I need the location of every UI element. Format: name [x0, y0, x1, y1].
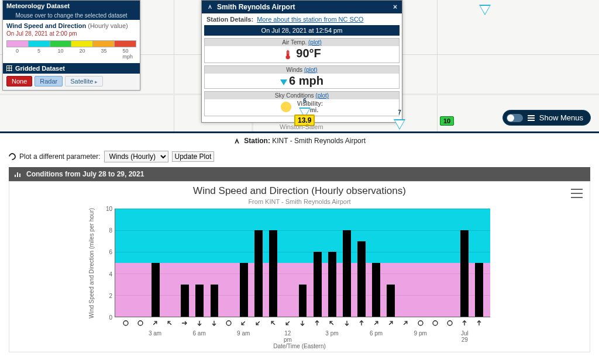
bar[interactable]: [460, 230, 469, 317]
legend-param-type: (Hourly value): [88, 22, 128, 29]
x-tick: [472, 330, 487, 337]
bar[interactable]: [372, 263, 380, 317]
wind-dir-icon: [442, 318, 457, 328]
wind-dir-icon: [221, 318, 236, 328]
station-details-label: Station Details:: [206, 16, 253, 23]
conditions-bar: Conditions from July 28 to 29, 2021: [9, 167, 590, 181]
sky-plot-link[interactable]: (plot): [315, 92, 329, 99]
bar[interactable]: [387, 285, 395, 317]
conditions-title: Conditions from July 28 to 29, 2021: [26, 170, 144, 178]
wind-dir-icon: [118, 318, 133, 328]
refresh-icon[interactable]: [8, 152, 18, 162]
winds-label: Winds: [286, 67, 302, 73]
bar[interactable]: [240, 263, 248, 317]
chart-title: Wind Speed and Direction (Hourly observa…: [15, 185, 584, 197]
svg-point-1: [138, 321, 143, 325]
chart-bars: [115, 209, 490, 317]
wind-dir-icon: [457, 318, 472, 328]
x-tick: [251, 330, 266, 337]
x-tick: [177, 330, 192, 337]
x-tick: 6 pm: [369, 330, 383, 337]
gridded-radar-button[interactable]: Radar: [35, 76, 63, 86]
map-wind-marker[interactable]: 7: [394, 119, 405, 132]
wind-direction-icon: [280, 79, 287, 85]
bar[interactable]: [181, 285, 189, 317]
legend-timestamp: On Jul 28, 2021 at 2:00 pm: [6, 30, 136, 37]
toggle-switch-icon: [507, 114, 523, 122]
x-tick: 6 am: [192, 330, 206, 337]
station-details-link[interactable]: More about this station from NC SCO: [257, 16, 363, 23]
air-temp-value: 90°F: [296, 47, 321, 60]
legend-breaks: 0510203550: [6, 48, 136, 54]
x-tick: [133, 330, 147, 337]
x-tick: 12 pm: [280, 330, 295, 337]
air-temp-card: Air Temp. (plot) 🌡90°F: [204, 38, 400, 63]
gridded-none-button[interactable]: None: [6, 76, 32, 86]
wind-dir-icon: [354, 318, 369, 328]
wind-dir-icon: [280, 318, 295, 328]
x-tick: 3 am: [147, 330, 162, 337]
winds-value: 6 mph: [289, 74, 323, 87]
bar[interactable]: [195, 285, 204, 317]
bar[interactable]: [475, 263, 483, 317]
wind-dir-icon: [428, 318, 442, 328]
bar[interactable]: [152, 263, 160, 317]
wind-dir-icon: [384, 318, 398, 328]
show-menus-button[interactable]: Show Menus: [502, 110, 591, 126]
gridded-button-row: None Radar Satellite: [3, 74, 140, 90]
x-tick: 3 pm: [325, 330, 339, 337]
bar-chart-icon: [15, 171, 22, 177]
winds-plot-link[interactable]: (plot): [304, 67, 318, 73]
update-plot-button[interactable]: Update Plot: [172, 151, 215, 162]
legend-hint: Mouse over to change the selected datase…: [3, 11, 140, 20]
air-temp-plot-link[interactable]: (plot): [308, 39, 322, 46]
bar[interactable]: [269, 230, 277, 317]
x-tick: [163, 330, 177, 337]
direction-indicators: [115, 318, 490, 328]
legend-unit: mph: [6, 54, 136, 60]
city-label-winston-salem: Winston-Salem: [280, 123, 323, 130]
station-details-row: Station Details: More about this station…: [202, 13, 402, 25]
svg-line-14: [331, 321, 334, 325]
map-wind-marker[interactable]: 6: [479, 5, 491, 18]
map-area[interactable]: Meteorology Dataset Mouse over to change…: [0, 0, 599, 133]
legend-param-name: Wind Speed and Direction: [6, 22, 86, 29]
wind-dir-icon: [177, 318, 192, 328]
svg-line-9: [257, 321, 260, 325]
x-tick: [442, 330, 457, 337]
x-tick: [428, 330, 442, 337]
svg-line-3: [168, 321, 171, 325]
winds-card: Winds (plot) 6 mph: [204, 65, 400, 89]
chart-menu-button[interactable]: [571, 189, 583, 198]
wind-dir-icon: [163, 318, 177, 328]
grid-icon: [6, 65, 12, 71]
bar[interactable]: [357, 241, 366, 317]
bar[interactable]: [314, 252, 322, 317]
svg-line-8: [242, 321, 245, 325]
x-tick: [206, 330, 221, 337]
popup-header: Smith Reynolds Airport ×: [202, 1, 402, 13]
svg-point-21: [433, 321, 438, 325]
bar[interactable]: [343, 230, 351, 317]
bar[interactable]: [328, 252, 336, 317]
x-tick: Jul 29: [457, 330, 472, 337]
x-axis-label: Date/Time (Eastern): [15, 342, 584, 349]
wind-dir-icon: [339, 318, 354, 328]
map-green-marker[interactable]: 10: [440, 116, 454, 126]
chart-panel: Wind Speed and Direction (Hourly observa…: [9, 181, 590, 352]
popup-title: Smith Reynolds Airport: [217, 3, 295, 11]
gridded-satellite-button[interactable]: Satellite: [65, 76, 103, 86]
x-tick: [221, 330, 236, 337]
wind-dir-icon: [369, 318, 383, 328]
x-tick: [384, 330, 398, 337]
plot-param-select[interactable]: Winds (Hourly): [104, 151, 168, 162]
station-tower-icon: [206, 4, 214, 11]
bar[interactable]: [299, 285, 307, 317]
bar[interactable]: [211, 285, 219, 317]
x-tick: [339, 330, 354, 337]
bar[interactable]: [254, 230, 263, 317]
popup-close-button[interactable]: ×: [393, 3, 397, 11]
legend-colorbar: [6, 40, 136, 47]
hamburger-icon: [528, 115, 535, 121]
y-axis-label: Wind Speed and Direction (miles per hour…: [88, 209, 95, 317]
